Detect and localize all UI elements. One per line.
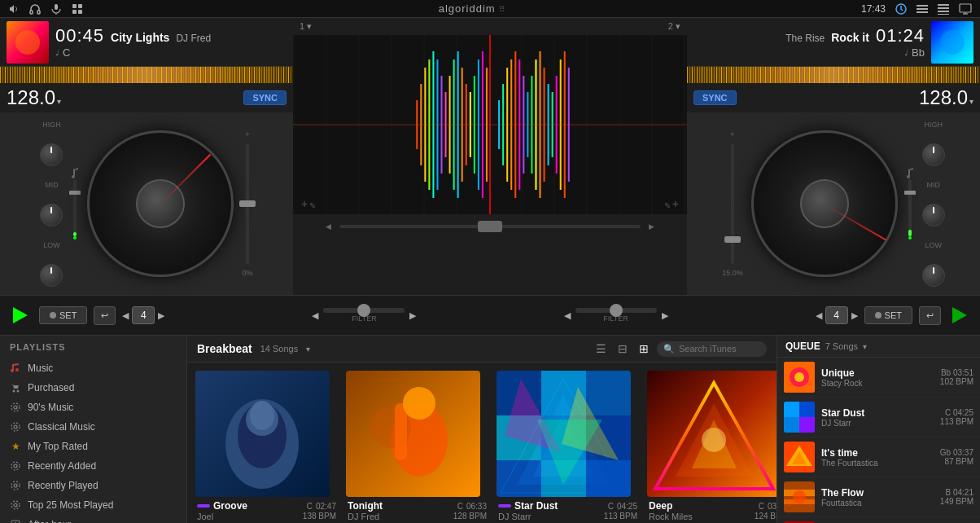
sidebar-item-recently-played[interactable]: Recently Played [0,476,186,495]
deck-right-vol-handle[interactable] [904,191,916,195]
detail-view-button[interactable]: ⊟ [615,341,631,357]
svg-point-71 [14,503,17,507]
loop-arrow-left-prev[interactable]: ◀ [122,310,129,321]
queue-item-groove[interactable]: Groove Joel C 02:47 138 BPM [777,517,980,523]
album-item-groove[interactable]: Groove C 02:47 Joel 138 BPM [195,371,338,523]
deck-left-eq-knobs: HIGH MID LOW [40,121,63,287]
edit-marker-left[interactable]: ✎ [309,201,316,210]
sidebar-item-classical[interactable]: Classical Music [0,417,186,437]
play-button-right[interactable] [947,303,972,327]
deck-left-low-knob[interactable] [40,264,63,287]
sidebar-header: PLAYLISTS [0,336,186,358]
queue-item-flow[interactable]: The Flow Fourtastica B 04:21 149 BPM [777,477,980,517]
queue-item-itstime[interactable]: It's time The Fourtastica Gb 03:37 87 BP… [777,437,980,477]
sidebar-item-music-label: Music [28,363,53,374]
set-button-left[interactable]: SET [39,306,87,324]
play-button-left[interactable] [8,303,33,327]
clock-icon [895,3,907,15]
search-input[interactable] [679,344,760,354]
undo-button-right[interactable]: ↩ [919,306,941,325]
deck-right-pitch-handle[interactable] [724,236,741,243]
filter-arrow-left[interactable]: ◀ [312,310,318,321]
deck-left-pitch-handle[interactable] [239,200,256,207]
deck-left-turntable[interactable] [87,130,234,277]
deck-right-sync-button[interactable]: SYNC [693,90,737,105]
svg-rect-99 [497,460,541,497]
gear-90s-icon [10,402,21,413]
grid-view-button[interactable]: ⊞ [636,341,652,357]
set-button-right[interactable]: SET [864,306,912,324]
playlist-title: Breakbeat [197,342,252,355]
star-icon: ★ [10,441,21,452]
svg-rect-16 [960,4,971,12]
sidebar-item-recently-added[interactable]: Recently Added [0,456,186,476]
list-icon [938,3,949,15]
deck-left-high-knob[interactable] [40,143,63,166]
view-controls: ☰ ⊟ ⊞ 🔍 [593,341,767,357]
waveform-svg [293,35,687,214]
sidebar-item-after-hour[interactable]: After-hour [0,515,186,523]
deck-left-sync-button[interactable]: SYNC [243,90,287,105]
sidebar-item-top25[interactable]: Top 25 Most Played [0,495,186,515]
edit-marker-right[interactable]: ✎ [664,201,671,210]
deck-right-high-knob[interactable] [922,143,945,166]
bottom-panel: PLAYLISTS Music Purchased [0,336,980,523]
deck-left-mid-knob[interactable] [40,204,63,226]
svg-point-58 [907,175,910,178]
svg-point-67 [14,464,17,468]
album-cover-deep [647,371,777,497]
album-cover-groove [195,371,330,497]
deck-left-vol-handle[interactable] [69,191,81,195]
loop-arrow-left-next[interactable]: ▶ [158,310,164,321]
loop-arrow-right-next[interactable]: ▶ [851,310,858,321]
album-item-tonight[interactable]: Tonight C 06:33 DJ Fred 128 BPM [346,371,488,523]
svg-point-64 [11,403,20,411]
deck-area: 00:45 City Lights DJ Fred ♩ C 128.0 ▾ SY… [0,18,980,295]
sidebar-item-90s-label: 90's Music [28,402,73,413]
sidebar-item-purchased[interactable]: Purchased [0,378,186,398]
grid-icon [72,3,83,15]
mic-icon [50,3,62,15]
sidebar-item-music[interactable]: Music [0,358,186,378]
deck-right-mid-knob[interactable] [922,204,945,226]
mix-marker-right: 2 ▾ [668,21,680,32]
svg-rect-7 [78,10,82,14]
filter-arrow-right[interactable]: ▶ [662,310,668,321]
songs-dropdown-arrow[interactable]: ▾ [306,345,310,354]
undo-button-left[interactable]: ↩ [94,306,116,325]
deck-right-artist: The Rise [785,33,825,44]
deck-right-low-knob[interactable] [922,264,945,287]
sidebar-item-after-hour-label: After-hour [28,519,71,523]
filter-area-right: ◀ FILTER ▶ [564,308,668,323]
add-marker-left[interactable]: + [301,197,308,210]
queue-dropdown-arrow[interactable]: ▾ [863,342,867,351]
album-item-deep[interactable]: Deep C 03:15 Rock Miles 124 BPM [647,371,777,523]
queue-item-stardust[interactable]: Star Dust DJ Starr C 04:25 113 BPM [777,398,980,437]
svg-rect-12 [938,4,949,6]
queue-panel: QUEUE 7 Songs ▾ Unique Stacy Rock [777,336,980,523]
svg-point-62 [17,390,20,393]
filter-handle-left[interactable] [357,304,370,317]
album-item-stardust[interactable]: Star Dust C 04:25 DJ Starr 113 BPM [497,371,639,523]
add-marker-right[interactable]: + [672,197,679,210]
svg-point-109 [702,428,726,452]
svg-point-66 [11,423,20,431]
filter-handle-right[interactable] [610,304,623,317]
filter-arrow-left-right[interactable]: ▶ [409,310,416,321]
svg-point-83 [250,401,274,430]
deck-right-info: 01:24 Rock it The Rise ♩ Bb [693,25,925,59]
deck-right-turntable[interactable] [751,130,898,277]
crossfader-handle[interactable] [478,221,502,232]
loop-control-right: ◀ 4 ▶ [816,306,858,324]
sidebar-item-90s-music[interactable]: 90's Music [0,398,186,417]
content-header: Breakbeat 14 Songs ▾ ☰ ⊟ ⊞ 🔍 [187,336,777,363]
loop-arrow-right-prev[interactable]: ◀ [816,310,822,321]
filter-arrow-right-left[interactable]: ◀ [564,310,571,321]
center-mix: 1 ▾ 2 ▾ [293,18,687,295]
svg-point-60 [15,368,19,371]
plus-after-hour-icon [10,519,21,523]
list-view-button[interactable]: ☰ [593,341,610,357]
sidebar-item-top-rated[interactable]: ★ My Top Rated [0,437,186,456]
svg-rect-5 [78,4,82,8]
queue-item-unique[interactable]: Unique Stacy Rock Bb 03:51 102 BPM [777,358,980,398]
